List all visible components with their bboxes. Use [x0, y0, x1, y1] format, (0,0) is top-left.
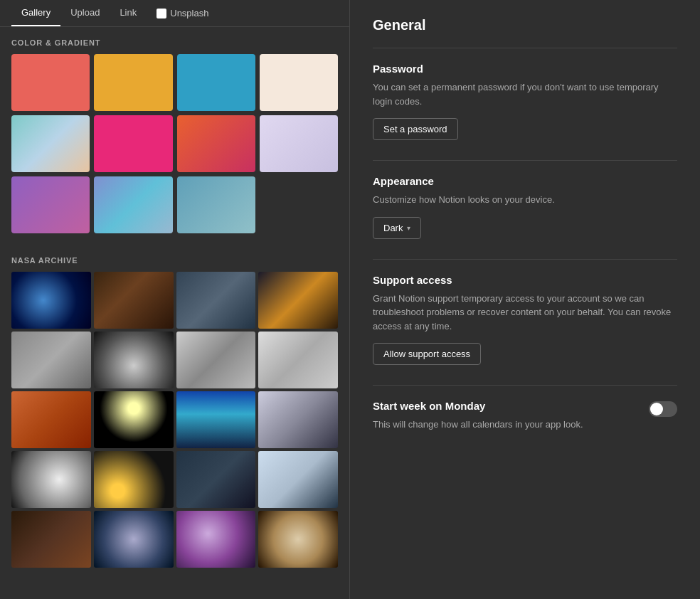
color-grid: [0, 54, 349, 245]
color-swatch-orange-grad[interactable]: [177, 115, 255, 172]
tab-link[interactable]: Link: [110, 0, 147, 26]
start-week-description: This will change how all calendars in yo…: [373, 418, 637, 432]
nasa-thumb-16[interactable]: [258, 451, 338, 508]
appearance-dropdown[interactable]: Dark ▾: [373, 217, 421, 239]
nasa-thumb-7[interactable]: [176, 332, 256, 388]
color-swatch-blue-grad[interactable]: [94, 176, 172, 233]
unsplash-icon: [157, 9, 166, 18]
nasa-thumb-11[interactable]: [176, 391, 256, 448]
color-swatch-cream[interactable]: [260, 54, 338, 111]
nasa-thumb-6[interactable]: [94, 332, 174, 388]
support-access-description: Grant Notion support temporary access to…: [373, 292, 677, 334]
nasa-thumb-4[interactable]: [258, 272, 338, 329]
tab-unsplash[interactable]: Unsplash: [147, 0, 218, 26]
nasa-thumb-3[interactable]: [176, 272, 256, 329]
color-section-label: COLOR & GRADIENT: [0, 27, 349, 54]
nasa-thumb-14[interactable]: [94, 451, 174, 508]
color-swatch-teal-blue-grad[interactable]: [177, 176, 255, 233]
allow-support-access-button[interactable]: Allow support access: [373, 343, 481, 365]
color-swatch-pink[interactable]: [94, 115, 172, 172]
appearance-dropdown-label: Dark: [383, 223, 403, 233]
color-swatch-lavender-grad[interactable]: [260, 115, 338, 172]
nasa-thumb-18[interactable]: [94, 511, 174, 568]
tab-gallery[interactable]: Gallery: [11, 0, 60, 26]
nasa-thumb-17[interactable]: [11, 511, 91, 568]
support-access-section: Support access Grant Notion support temp…: [373, 274, 677, 366]
color-swatch-amber[interactable]: [94, 54, 172, 111]
start-week-toggle[interactable]: [649, 401, 677, 417]
nasa-thumb-9[interactable]: [11, 391, 91, 448]
divider-appearance: [373, 160, 677, 161]
start-week-heading: Start week on Monday: [373, 400, 637, 412]
nasa-thumb-15[interactable]: [176, 451, 256, 508]
nasa-thumb-20[interactable]: [258, 511, 338, 568]
start-week-text: Start week on Monday This will change ho…: [373, 400, 637, 432]
color-swatch-sky[interactable]: [177, 54, 255, 111]
divider-top: [373, 48, 677, 48]
color-swatch-teal-grad[interactable]: [11, 115, 90, 172]
start-week-section: Start week on Monday This will change ho…: [373, 400, 677, 432]
password-heading: Password: [373, 63, 677, 75]
appearance-description: Customize how Notion looks on your devic…: [373, 193, 677, 207]
tab-upload[interactable]: Upload: [60, 0, 110, 26]
right-panel: General Password You can set a permanent…: [350, 0, 700, 599]
password-section: Password You can set a permanent passwor…: [373, 63, 677, 140]
nasa-thumb-19[interactable]: [176, 511, 256, 568]
toggle-knob: [650, 403, 663, 415]
support-access-heading: Support access: [373, 274, 677, 286]
nasa-thumb-1[interactable]: [11, 272, 91, 329]
nasa-section-label: NASA ARCHIVE: [0, 245, 349, 272]
nasa-thumb-13[interactable]: [11, 451, 91, 508]
nasa-thumb-2[interactable]: [94, 272, 174, 329]
color-swatch-purple-grad[interactable]: [11, 176, 90, 233]
panel-title: General: [373, 17, 677, 33]
nasa-thumb-5[interactable]: [11, 332, 91, 388]
nasa-thumb-10[interactable]: [94, 391, 174, 448]
tab-bar: Gallery Upload Link Unsplash: [0, 0, 349, 27]
nasa-thumb-12[interactable]: [258, 391, 338, 448]
left-panel: Gallery Upload Link Unsplash COLOR & GRA…: [0, 0, 350, 599]
color-swatch-coral[interactable]: [11, 54, 90, 111]
nasa-thumb-8[interactable]: [258, 332, 338, 388]
set-password-button[interactable]: Set a password: [373, 118, 458, 140]
divider-week: [373, 385, 677, 386]
chevron-down-icon: ▾: [407, 224, 410, 232]
password-description: You can set a permanent password if you …: [373, 80, 677, 108]
start-week-row: Start week on Monday This will change ho…: [373, 400, 677, 432]
divider-support: [373, 259, 677, 260]
nasa-grid: [0, 272, 349, 579]
appearance-section: Appearance Customize how Notion looks on…: [373, 175, 677, 239]
appearance-heading: Appearance: [373, 175, 677, 187]
